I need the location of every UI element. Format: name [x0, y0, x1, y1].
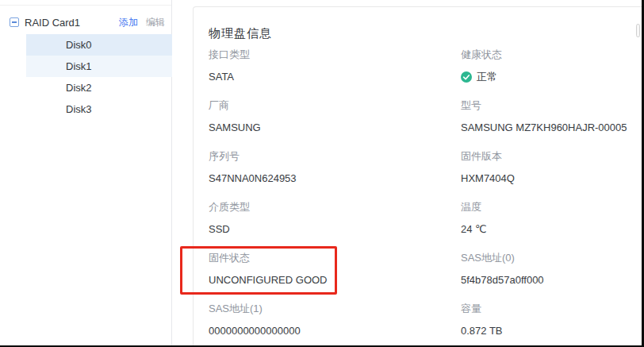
field-value: 0000000000000000 — [209, 325, 461, 337]
field-firmware-version: 固件版本 HXM7404Q — [461, 150, 627, 184]
field-firmware-state: 固件状态 UNCONFIGURED GOOD — [209, 252, 461, 286]
field-label: 固件状态 — [209, 252, 461, 264]
field-capacity: 容量 0.872 TB — [461, 303, 627, 337]
check-circle-icon — [461, 71, 472, 83]
field-value: SATA — [209, 71, 461, 83]
add-button[interactable]: 添加 — [119, 16, 138, 29]
sidebar-item-disk3[interactable]: Disk3 — [26, 98, 172, 120]
field-label: 接口类型 — [209, 48, 461, 60]
field-value: SSD — [209, 223, 461, 235]
field-health-status: 健康状态 正常 — [461, 48, 627, 83]
field-value: 0.872 TB — [461, 325, 627, 337]
field-temperature: 温度 24 ℃ — [461, 201, 627, 235]
field-value: SAMSUNG — [209, 121, 461, 133]
collapse-minus-icon[interactable] — [10, 17, 19, 27]
field-value: UNCONFIGURED GOOD — [209, 274, 461, 286]
health-status-text: 正常 — [477, 71, 497, 83]
vertical-scrollbar-thumb[interactable] — [636, 24, 640, 37]
field-label: 型号 — [461, 99, 627, 111]
raid-card-node: RAID Card1 添加 编辑 — [0, 13, 171, 31]
physical-disk-page: RAID Card1 添加 编辑 Disk0 Disk1 Disk2 Disk3… — [0, 0, 644, 347]
field-value: SAMSUNG MZ7KH960HAJR-00005 — [461, 121, 627, 133]
field-label: 温度 — [461, 201, 627, 213]
raid-tree-sidebar: RAID Card1 添加 编辑 Disk0 Disk1 Disk2 Disk3 — [0, 0, 172, 345]
field-model: 型号 SAMSUNG MZ7KH960HAJR-00005 — [461, 99, 627, 133]
field-media-type: 介质类型 SSD — [209, 201, 461, 235]
field-sas-address-0: SAS地址(0) 5f4b78d57a0ff000 — [461, 252, 627, 286]
page-title: 物理盘信息 — [209, 26, 272, 41]
sidebar-item-disk0[interactable]: Disk0 — [26, 34, 172, 56]
field-interface-type: 接口类型 SATA — [209, 48, 461, 83]
field-serial-number: 序列号 S47NNA0N624953 — [209, 150, 461, 184]
sidebar-item-disk2[interactable]: Disk2 — [26, 77, 172, 98]
field-label: 健康状态 — [461, 48, 627, 60]
sidebar-item-disk1[interactable]: Disk1 — [26, 56, 172, 77]
field-value: 5f4b78d57a0ff000 — [461, 274, 627, 286]
disk-info-grid: 接口类型 SATA 健康状态 正常 厂商 SAMSUNG — [209, 48, 627, 337]
field-label: 序列号 — [209, 150, 461, 162]
field-label: SAS地址(0) — [461, 252, 627, 264]
field-label: 厂商 — [209, 99, 461, 111]
disk-list: Disk0 Disk1 Disk2 Disk3 — [0, 34, 172, 120]
field-label: SAS地址(1) — [209, 303, 461, 314]
edit-button[interactable]: 编辑 — [146, 16, 165, 29]
divider — [0, 5, 171, 6]
field-label: 固件版本 — [461, 150, 627, 162]
field-value: HXM7404Q — [461, 172, 627, 184]
field-sas-address-1: SAS地址(1) 0000000000000000 — [209, 303, 461, 337]
raid-card-label: RAID Card1 — [25, 17, 119, 29]
field-vendor: 厂商 SAMSUNG — [209, 99, 461, 133]
field-value: 24 ℃ — [461, 223, 627, 235]
field-value: 正常 — [461, 71, 627, 83]
field-value: S47NNA0N624953 — [209, 172, 461, 184]
field-label: 容量 — [461, 303, 627, 314]
field-label: 介质类型 — [209, 201, 461, 213]
physical-disk-info-panel: 物理盘信息 接口类型 SATA 健康状态 正常 — [193, 6, 642, 347]
